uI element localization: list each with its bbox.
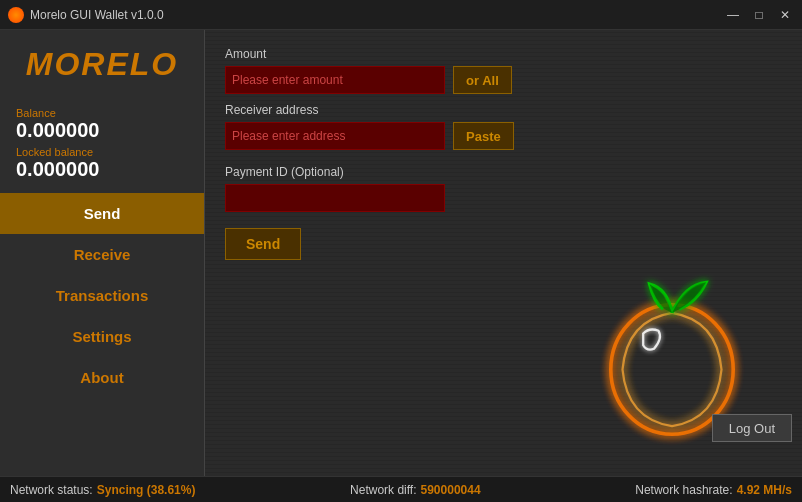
send-form: Amount or All Receiver address Paste Pay… — [225, 44, 782, 260]
send-button[interactable]: Send — [225, 228, 301, 260]
balance-label: Balance — [16, 107, 188, 119]
balance-section: Balance 0.000000 Locked balance 0.000000 — [0, 99, 204, 193]
network-diff-item: Network diff: 590000044 — [350, 483, 481, 497]
sidebar: MORELO Balance 0.000000 Locked balance 0… — [0, 30, 205, 476]
receiver-input[interactable] — [225, 122, 445, 150]
content-area: Amount or All Receiver address Paste Pay… — [205, 30, 802, 476]
nav-send[interactable]: Send — [0, 193, 204, 234]
network-hashrate-value: 4.92 MH/s — [737, 483, 792, 497]
minimize-button[interactable]: — — [724, 6, 742, 24]
balance-value: 0.000000 — [16, 119, 188, 142]
payment-row — [225, 184, 782, 212]
title-bar-text: Morelo GUI Wallet v1.0.0 — [30, 8, 164, 22]
title-bar: Morelo GUI Wallet v1.0.0 — □ ✕ — [0, 0, 802, 30]
nav-transactions[interactable]: Transactions — [0, 275, 204, 316]
title-bar-controls: — □ ✕ — [724, 6, 794, 24]
app-icon — [8, 7, 24, 23]
or-all-button[interactable]: or All — [453, 66, 512, 94]
status-bar: Network status: Syncing (38.61%) Network… — [0, 476, 802, 502]
sidebar-logo: MORELO — [0, 30, 204, 99]
nav-receive[interactable]: Receive — [0, 234, 204, 275]
network-status-value: Syncing (38.61%) — [97, 483, 196, 497]
maximize-button[interactable]: □ — [750, 6, 768, 24]
network-diff-value: 590000044 — [421, 483, 481, 497]
title-bar-left: Morelo GUI Wallet v1.0.0 — [8, 7, 164, 23]
nav-settings[interactable]: Settings — [0, 316, 204, 357]
locked-balance-value: 0.000000 — [16, 158, 188, 181]
network-status-label: Network status: — [10, 483, 93, 497]
close-button[interactable]: ✕ — [776, 6, 794, 24]
receiver-label: Receiver address — [225, 103, 318, 117]
network-hashrate-label: Network hashrate: — [635, 483, 732, 497]
nav-about[interactable]: About — [0, 357, 204, 398]
receiver-row: Paste — [225, 122, 782, 150]
amount-label: Amount — [225, 47, 266, 61]
network-hashrate-item: Network hashrate: 4.92 MH/s — [635, 483, 792, 497]
network-status-item: Network status: Syncing (38.61%) — [10, 483, 195, 497]
amount-input[interactable] — [225, 66, 445, 94]
payment-id-input[interactable] — [225, 184, 445, 212]
network-diff-label: Network diff: — [350, 483, 416, 497]
paste-button[interactable]: Paste — [453, 122, 514, 150]
main-container: MORELO Balance 0.000000 Locked balance 0… — [0, 30, 802, 476]
payment-id-label: Payment ID (Optional) — [225, 165, 344, 179]
logout-button[interactable]: Log Out — [712, 414, 792, 442]
amount-row: or All — [225, 66, 782, 94]
locked-balance-label: Locked balance — [16, 146, 188, 158]
